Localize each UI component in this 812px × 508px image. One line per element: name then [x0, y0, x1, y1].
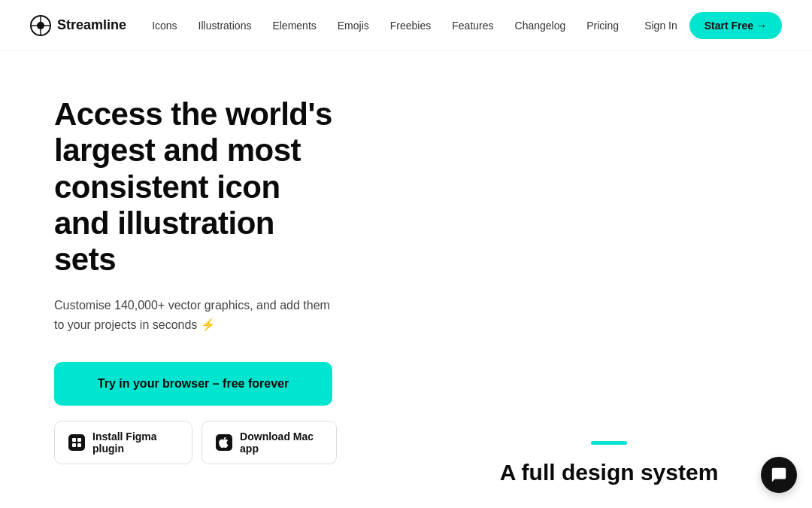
- hero-section: Access the world's largest and most cons…: [0, 51, 391, 464]
- secondary-buttons: Install Figma plugin Download Mac app: [54, 421, 337, 464]
- chat-icon: [771, 467, 787, 483]
- nav-item-emojis[interactable]: Emojis: [338, 20, 369, 32]
- nav-links: Icons Illustrations Elements Emojis Free…: [152, 19, 619, 32]
- hero-title: Access the world's largest and most cons…: [54, 96, 337, 278]
- figma-button-label: Install Figma plugin: [92, 430, 178, 455]
- nav-item-pricing[interactable]: Pricing: [586, 20, 619, 32]
- svg-rect-4: [72, 438, 76, 442]
- mac-button-label: Download Mac app: [240, 430, 323, 455]
- bottom-title: A full design system: [451, 460, 767, 485]
- nav-item-illustrations[interactable]: Illustrations: [198, 20, 252, 32]
- navbar: Streamline Icons Illustrations Elements …: [0, 0, 812, 51]
- apple-icon: [216, 434, 232, 451]
- hero-subtitle: Customise 140,000+ vector graphics, and …: [54, 296, 337, 334]
- figma-icon: [68, 434, 85, 451]
- signin-link[interactable]: Sign In: [644, 20, 677, 32]
- mac-app-button[interactable]: Download Mac app: [201, 421, 337, 464]
- nav-item-elements[interactable]: Elements: [272, 20, 316, 32]
- bottom-section: A full design system: [406, 418, 812, 508]
- logo-text: Streamline: [57, 17, 126, 33]
- accent-bar: [591, 441, 627, 445]
- nav-item-features[interactable]: Features: [452, 20, 493, 32]
- nav-item-freebies[interactable]: Freebies: [390, 20, 431, 32]
- svg-rect-7: [77, 443, 81, 447]
- start-free-button[interactable]: Start Free →: [689, 12, 782, 39]
- nav-item-icons[interactable]: Icons: [152, 20, 177, 32]
- logo-icon: [30, 15, 51, 36]
- svg-rect-5: [77, 438, 81, 442]
- try-browser-button[interactable]: Try in your browser – free forever: [54, 362, 332, 406]
- figma-plugin-button[interactable]: Install Figma plugin: [54, 421, 192, 464]
- logo-link[interactable]: Streamline: [30, 15, 126, 36]
- nav-right: Sign In Start Free →: [644, 12, 782, 39]
- nav-item-changelog[interactable]: Changelog: [515, 20, 566, 32]
- chat-button[interactable]: [761, 457, 797, 493]
- svg-rect-6: [72, 443, 76, 447]
